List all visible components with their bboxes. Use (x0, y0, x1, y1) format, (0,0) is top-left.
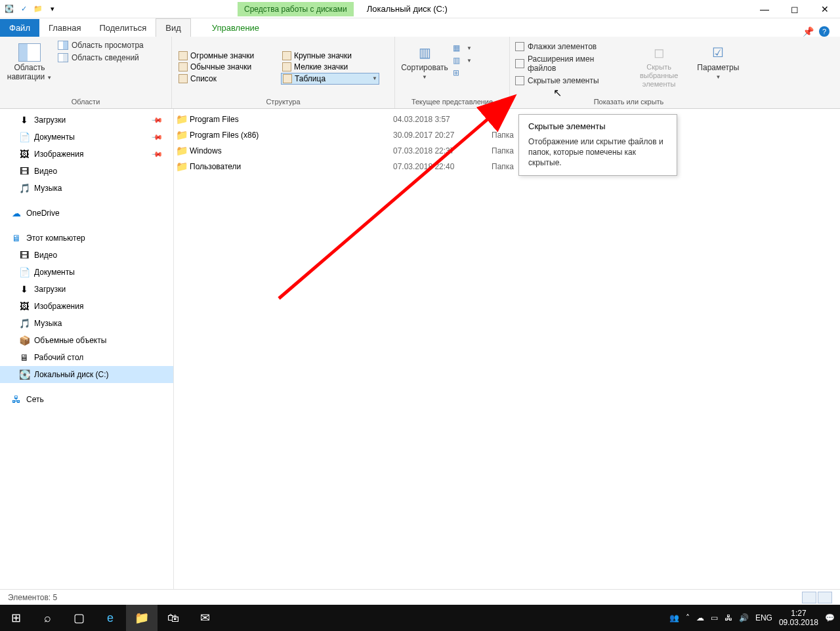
autosize-icon: ⊞ (453, 68, 463, 77)
close-button[interactable]: ✕ (810, 0, 840, 18)
tab-home[interactable]: Главная (39, 19, 90, 37)
folder-icon[interactable]: 📁 (33, 4, 43, 14)
onedrive-tray-icon[interactable]: ☁ (696, 613, 704, 622)
tab-manage[interactable]: Управление (203, 19, 268, 37)
titlebar: 💽 ✓ 📁 ▾ Средства работы с дисками Локаль… (0, 0, 840, 18)
icons-view-button[interactable] (818, 592, 832, 603)
navigation-pane-button[interactable]: Область навигации ▼ (5, 39, 54, 95)
tree-item[interactable]: 🎞Видео (0, 163, 173, 180)
preview-pane-button[interactable]: Область просмотра (58, 39, 144, 51)
columns-icon: ▥ (453, 56, 463, 65)
network-tray-icon[interactable]: 🖧 (724, 613, 732, 622)
tree-onedrive[interactable]: ☁OneDrive (0, 205, 173, 222)
layout-small[interactable]: Мелкие значки (281, 62, 379, 72)
file-row[interactable]: 📁Program Files04.03.2018 3:57 (174, 112, 840, 127)
tree-item[interactable]: ⬇Загрузки (0, 281, 173, 298)
file-row[interactable]: 📁Пользователи07.03.2018 22:40Папка (174, 159, 840, 174)
store-button[interactable]: 🛍 (158, 605, 189, 631)
sort-button[interactable]: ▥ Сортировать▼ (400, 39, 449, 95)
content-area: ⬇Загрузки📌📄Документы📌🖼Изображения📌🎞Видео… (0, 109, 840, 589)
tree-this-pc[interactable]: 🖥Этот компьютер (0, 230, 173, 247)
details-view-button[interactable] (802, 592, 816, 603)
pin-icon: 📌 (150, 113, 163, 126)
layout-list[interactable]: Список (177, 73, 276, 85)
tab-share[interactable]: Поделиться (90, 19, 156, 37)
start-button[interactable]: ⊞ (0, 605, 32, 631)
checkbox-icon (515, 59, 524, 68)
ribbon-group-layout: Огромные значки Крупные значки Обычные з… (172, 37, 395, 108)
people-icon[interactable]: 👥 (669, 613, 679, 622)
search-button[interactable]: ⌕ (32, 605, 63, 631)
layout-table[interactable]: Таблица▼ (281, 73, 379, 85)
mail-button[interactable]: ✉ (189, 605, 220, 631)
details-pane-label: Область сведений (72, 53, 139, 62)
tree-icon: 📄 (18, 131, 30, 143)
file-list[interactable]: 📁Program Files04.03.2018 3:57📁Program Fi… (174, 109, 840, 589)
tree-network[interactable]: 🖧Сеть (0, 391, 173, 408)
layout-huge[interactable]: Огромные значки (177, 51, 276, 61)
details-pane-button[interactable]: Область сведений (58, 52, 144, 64)
tray-chevron-icon[interactable]: ˄ (686, 613, 690, 622)
file-row[interactable]: 📁Windows07.03.2018 22:37Папка (174, 143, 840, 159)
add-columns-button[interactable]: ▥▼ (453, 54, 472, 66)
tree-item[interactable]: 🖼Изображения (0, 298, 173, 315)
clock[interactable]: 1:2709.03.2018 (779, 609, 818, 628)
tree-item[interactable]: 📄Документы (0, 264, 173, 281)
tree-item[interactable]: 🖼Изображения📌 (0, 146, 173, 163)
layout-normal[interactable]: Обычные значки (177, 62, 276, 72)
system-tray: 👥 ˄ ☁ ▭ 🖧 🔊 ENG 1:2709.03.2018 💬 (669, 609, 840, 628)
explorer-button[interactable]: 📁 (126, 605, 158, 631)
ribbon-help: 📌 ? (803, 26, 840, 37)
tree-item[interactable]: 💽Локальный диск (C:) (0, 366, 173, 383)
group-icon: ▦ (453, 43, 463, 52)
group-by-button[interactable]: ▦▼ (453, 42, 472, 54)
language-indicator[interactable]: ENG (755, 613, 772, 622)
tree-item[interactable]: 📦Объемные объекты (0, 332, 173, 349)
tree-item[interactable]: ⬇Загрузки📌 (0, 112, 173, 129)
tooltip-body: Отображение или скрытие файлов и папок, … (528, 136, 667, 169)
layout-large[interactable]: Крупные значки (281, 51, 379, 61)
tree-icon: 📄 (18, 266, 30, 278)
system-icon[interactable]: 💽 (4, 4, 14, 14)
options-button[interactable]: ☑ Параметры▼ (694, 39, 742, 95)
help-icon[interactable]: ? (819, 26, 830, 37)
hide-selected-button[interactable]: ◻ Скрыть выбранные элементы (628, 39, 690, 95)
notifications-icon[interactable]: 💬 (825, 613, 835, 622)
tooltip-title: Скрытые элементы (528, 121, 667, 131)
edge-button[interactable]: e (94, 605, 126, 631)
pin-ribbon-icon[interactable]: 📌 (803, 26, 814, 37)
tab-file[interactable]: Файл (0, 19, 39, 37)
checkbox-icon (515, 42, 524, 51)
huge-icon (178, 51, 188, 60)
folder-icon: 📁 (174, 113, 190, 125)
tree-icon: 📦 (18, 335, 30, 346)
tree-icon: ⬇ (18, 283, 30, 295)
tree-icon: 🎞 (18, 249, 30, 261)
pc-icon: 🖥 (10, 232, 22, 244)
task-view-button[interactable]: ▢ (63, 605, 94, 631)
tree-item[interactable]: 🖥Рабочий стол (0, 349, 173, 366)
size-columns-button[interactable]: ⊞ (453, 67, 472, 79)
tree-item[interactable]: 📄Документы📌 (0, 129, 173, 146)
file-row[interactable]: 📁Program Files (x86)30.09.2017 20:27Папк… (174, 127, 840, 143)
tree-item[interactable]: 🎞Видео (0, 247, 173, 264)
tree-item[interactable]: 🎵Музыка (0, 315, 173, 332)
maximize-button[interactable]: ◻ (780, 0, 810, 18)
tab-view[interactable]: Вид (156, 18, 191, 37)
qat-dropdown-icon[interactable]: ▾ (47, 4, 58, 14)
group-label-sort: Текущее представление (400, 95, 504, 108)
tooltip-hidden-items: Скрытые элементы Отображение или скрытие… (518, 114, 677, 176)
file-extensions-toggle[interactable]: Расширения имен файлов (515, 53, 624, 74)
battery-icon[interactable]: ▭ (711, 613, 718, 622)
hidden-items-toggle[interactable]: Скрытые элементы (515, 75, 624, 87)
drive-tools-tab[interactable]: Средства работы с дисками (238, 2, 354, 16)
qat-pin-icon[interactable]: ✓ (18, 4, 29, 14)
pin-icon: 📌 (150, 131, 163, 143)
tree-item[interactable]: 🎵Музыка (0, 180, 173, 197)
volume-icon[interactable]: 🔊 (739, 613, 749, 622)
item-checkboxes-toggle[interactable]: Флажки элементов (515, 41, 624, 52)
folder-icon: 📁 (174, 161, 190, 173)
nav-pane-label: Область навигации (7, 63, 45, 81)
chevron-down-icon: ▼ (47, 75, 52, 81)
minimize-button[interactable]: ― (749, 0, 780, 18)
